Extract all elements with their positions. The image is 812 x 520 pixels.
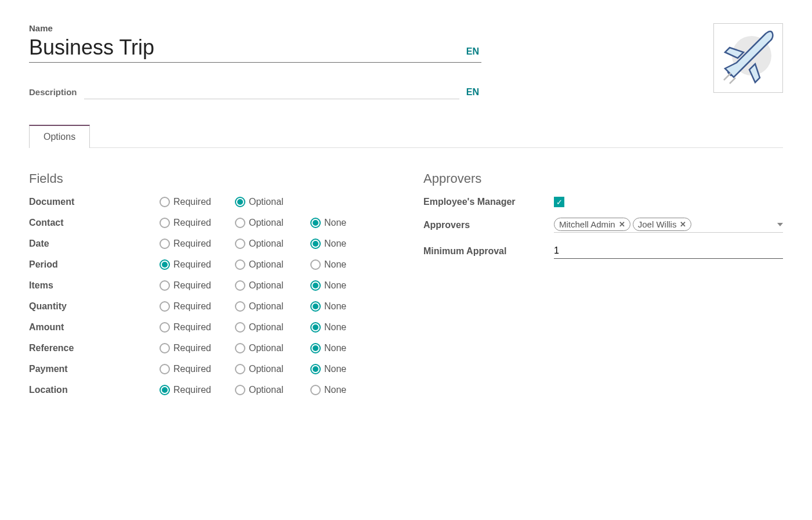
radio-required[interactable]: Required <box>160 385 229 395</box>
field-row: DocumentRequiredOptional <box>29 197 389 207</box>
svg-line-2 <box>730 78 735 84</box>
radio-label: None <box>324 218 346 228</box>
radio-label: None <box>324 280 346 291</box>
field-row: PeriodRequiredOptionalNone <box>29 259 389 270</box>
image-upload[interactable] <box>713 23 783 93</box>
radio-required[interactable]: Required <box>160 301 229 312</box>
radio-optional[interactable]: Optional <box>235 385 304 395</box>
radio-circle-icon <box>235 259 245 270</box>
radio-label: None <box>324 239 346 249</box>
radio-label: Required <box>173 197 211 207</box>
radio-circle-icon <box>310 259 321 270</box>
radio-label: Optional <box>249 301 284 312</box>
tabs: Options <box>29 125 783 148</box>
field-label: Amount <box>29 322 160 333</box>
radio-circle-icon <box>310 364 321 374</box>
radio-label: Required <box>173 385 211 395</box>
radio-label: Optional <box>249 197 284 207</box>
radio-none[interactable]: None <box>310 322 365 333</box>
radio-circle-icon <box>235 280 245 291</box>
field-row: PaymentRequiredOptionalNone <box>29 364 389 374</box>
radio-required[interactable]: Required <box>160 343 229 353</box>
radio-none[interactable]: None <box>310 280 365 291</box>
minimum-approval-label: Minimum Approval <box>423 246 554 257</box>
radio-label: None <box>324 364 346 374</box>
radio-optional[interactable]: Optional <box>235 364 304 374</box>
radio-circle-icon <box>160 280 170 291</box>
svg-line-1 <box>724 73 731 80</box>
field-row: QuantityRequiredOptionalNone <box>29 301 389 312</box>
radio-circle-icon <box>160 259 170 270</box>
radio-label: Required <box>173 280 211 291</box>
radio-none[interactable]: None <box>310 301 365 312</box>
radio-label: Required <box>173 259 211 270</box>
remove-tag-icon[interactable]: ✕ <box>619 220 625 229</box>
field-label: Reference <box>29 343 160 353</box>
radio-optional[interactable]: Optional <box>235 218 304 228</box>
radio-circle-icon <box>235 364 245 374</box>
name-input[interactable] <box>29 35 466 60</box>
radio-optional[interactable]: Optional <box>235 322 304 333</box>
radio-label: None <box>324 259 346 270</box>
radio-optional[interactable]: Optional <box>235 239 304 249</box>
approvers-dropdown-icon[interactable] <box>777 223 783 226</box>
approver-tag: Joel Willis✕ <box>633 218 692 231</box>
radio-none[interactable]: None <box>310 364 365 374</box>
field-label: Items <box>29 280 160 291</box>
radio-label: Required <box>173 322 211 333</box>
radio-required[interactable]: Required <box>160 239 229 249</box>
radio-label: Required <box>173 301 211 312</box>
description-lang-button[interactable]: EN <box>466 87 481 98</box>
radio-optional[interactable]: Optional <box>235 259 304 270</box>
radio-circle-icon <box>160 197 170 207</box>
description-label: Description <box>29 87 77 97</box>
employees-manager-label: Employee's Manager <box>423 197 554 207</box>
radio-required[interactable]: Required <box>160 218 229 228</box>
approvers-label: Approvers <box>423 220 554 230</box>
radio-label: Required <box>173 239 211 249</box>
radio-label: Optional <box>249 218 284 228</box>
tab-options[interactable]: Options <box>29 125 90 148</box>
radio-circle-icon <box>310 218 321 228</box>
radio-required[interactable]: Required <box>160 197 229 207</box>
radio-required[interactable]: Required <box>160 364 229 374</box>
name-lang-button[interactable]: EN <box>466 46 481 57</box>
radio-circle-icon <box>160 301 170 312</box>
radio-none[interactable]: None <box>310 385 365 395</box>
radio-circle-icon <box>160 364 170 374</box>
radio-label: Optional <box>249 385 284 395</box>
radio-none[interactable]: None <box>310 239 365 249</box>
radio-required[interactable]: Required <box>160 280 229 291</box>
field-row: ContactRequiredOptionalNone <box>29 218 389 228</box>
radio-none[interactable]: None <box>310 259 365 270</box>
radio-label: Required <box>173 364 211 374</box>
radio-optional[interactable]: Optional <box>235 343 304 353</box>
radio-circle-icon <box>310 301 321 312</box>
radio-circle-icon <box>160 239 170 249</box>
radio-required[interactable]: Required <box>160 259 229 270</box>
employees-manager-checkbox[interactable]: ✓ <box>554 197 564 207</box>
radio-circle-icon <box>235 385 245 395</box>
radio-label: None <box>324 322 346 333</box>
description-input[interactable] <box>84 86 459 99</box>
minimum-approval-input[interactable] <box>554 243 783 259</box>
field-label: Period <box>29 259 160 270</box>
approvers-input[interactable]: Mitchell Admin✕Joel Willis✕ <box>554 218 783 233</box>
radio-circle-icon <box>160 322 170 333</box>
radio-circle-icon <box>160 343 170 353</box>
radio-optional[interactable]: Optional <box>235 197 304 207</box>
radio-none[interactable]: None <box>310 218 365 228</box>
radio-circle-icon <box>310 280 321 291</box>
radio-circle-icon <box>235 343 245 353</box>
radio-required[interactable]: Required <box>160 322 229 333</box>
radio-none[interactable]: None <box>310 343 365 353</box>
airplane-icon <box>719 29 777 87</box>
field-label: Location <box>29 385 160 395</box>
radio-circle-icon <box>235 301 245 312</box>
field-row: ReferenceRequiredOptionalNone <box>29 343 389 353</box>
radio-optional[interactable]: Optional <box>235 280 304 291</box>
remove-tag-icon[interactable]: ✕ <box>680 220 686 229</box>
field-label: Quantity <box>29 301 160 312</box>
radio-label: Optional <box>249 239 284 249</box>
radio-optional[interactable]: Optional <box>235 301 304 312</box>
